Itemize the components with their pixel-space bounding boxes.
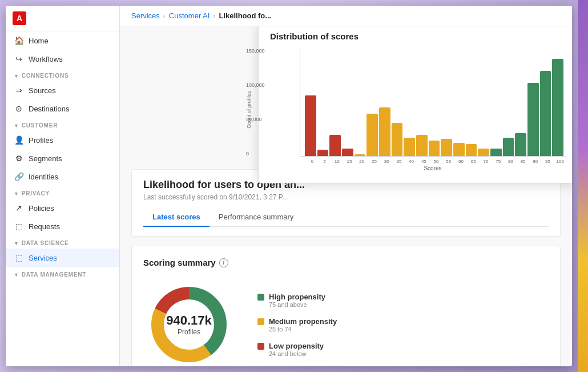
x-label-20: 100 [554,159,566,164]
destinations-label: Destinations [29,105,70,113]
scoring-summary-card: Scoring summary i [131,246,561,366]
chevron-icon-4: ▼ [14,241,19,246]
sidebar-item-policies[interactable]: ↗ Policies [6,199,119,217]
profiles-icon: 👤 [14,135,24,145]
topbar: Services › Customer AI › Likelihood fo..… [120,6,572,26]
profiles-label: Profiles [29,136,53,145]
bar-7 [392,123,403,156]
x-label-8: 40 [406,159,417,164]
y-label-1: 100,000 [246,82,265,88]
x-label-0: 0 [307,159,318,164]
home-icon: 🏠 [14,36,24,45]
legend: High propensity 75 and above Medium prop… [257,293,337,357]
legend-title-medium: Medium propensity [269,317,337,326]
main-content: Services › Customer AI › Likelihood fo..… [120,6,572,366]
sources-label: Sources [29,86,56,95]
y-label-3: 0 [246,151,265,157]
scoring-title-text: Scoring summary [143,258,216,267]
bar-11 [441,139,452,156]
sidebar-item-segments[interactable]: ⚙ Segments [6,149,119,167]
x-label-4: 20 [356,159,368,164]
x-label-9: 45 [418,159,429,164]
breadcrumb-customer-ai[interactable]: Customer AI [169,11,210,20]
x-label-15: 75 [493,159,504,164]
sidebar-item-sources[interactable]: ⇒ Sources [6,81,119,99]
legend-item-medium: Medium propensity 25 to 74 [257,317,337,333]
y-label-2: 50,000 [246,117,265,122]
sidebar-item-workflows[interactable]: ↪ Workflows [6,50,119,68]
bar-16 [503,138,514,156]
workflows-label: Workflows [29,55,63,63]
sidebar-item-identities[interactable]: 🔗 Identities [6,167,119,186]
legend-color-medium [257,318,264,325]
policies-label: Policies [29,204,54,213]
bar-20 [552,59,563,156]
y-axis-labels: 150,000 100,000 50,000 0 [246,48,265,157]
x-label-1: 5 [319,159,331,164]
legend-sub-low: 24 and below [269,350,324,357]
bar-5 [367,114,378,156]
sidebar-item-profiles[interactable]: 👤 Profiles [6,131,119,149]
breadcrumb-services[interactable]: Services [131,11,160,20]
bar-8 [404,138,415,156]
services-label: Services [29,254,57,262]
bar-12 [453,143,465,156]
legend-color-high [257,294,264,301]
info-icon[interactable]: i [219,258,228,267]
bar-0 [305,95,316,156]
privacy-section-header: ▼ PRIVACY [6,186,119,199]
bar-13 [466,144,477,156]
chevron-icon-2: ▼ [14,123,19,129]
page-subtitle: Last successfully scored on 9/10/2021, 3… [143,193,549,201]
legend-sub-high: 75 and above [269,301,325,308]
tab-latest-scores[interactable]: Latest scores [143,208,210,227]
bar-3 [342,149,353,156]
x-label-2: 10 [331,159,343,164]
segments-icon: ⚙ [14,154,24,163]
bar-4 [355,154,366,156]
customer-section-header: ▼ CUSTOMER [6,118,119,131]
breadcrumb-current: Likelihood fo... [219,11,271,20]
x-label-13: 65 [468,159,479,164]
x-label-12: 60 [456,159,467,164]
sidebar-item-requests[interactable]: ⬚ Requests [6,217,119,235]
destinations-icon: ⊙ [14,104,24,113]
bar-14 [478,149,489,156]
bar-6 [379,107,390,156]
breadcrumb-sep-2: › [213,12,215,20]
bar-18 [527,83,539,156]
breadcrumb-sep-1: › [163,12,166,20]
segments-label: Segments [29,154,62,163]
accent-bar [578,0,588,372]
data-management-section-header: ▼ DATA MANAGEMENT [6,267,119,280]
legend-sub-medium: 25 to 74 [269,326,337,333]
chevron-icon: ▼ [14,73,19,79]
donut-center: 940.17k Profiles [166,313,212,336]
donut-value: 940.17k [166,313,212,328]
x-label-6: 30 [381,159,392,164]
identities-icon: 🔗 [14,172,24,181]
x-label-10: 50 [430,159,442,164]
bar-2 [329,135,341,156]
sidebar-item-services[interactable]: ⬚ Services [6,249,119,267]
x-axis-labels: 0510152025303540455055606570758085909510… [300,159,566,164]
chevron-icon-3: ▼ [14,191,19,197]
app-container: A 🏠 Home ↪ Workflows ▼ CONNECTIONS ⇒ Sou… [6,6,572,366]
sidebar-item-destinations[interactable]: ⊙ Destinations [6,99,119,118]
services-icon: ⬚ [14,253,24,262]
sources-icon: ⇒ [14,86,24,95]
breadcrumb: Services › Customer AI › Likelihood fo..… [131,11,271,20]
x-label-17: 85 [517,159,529,164]
bar-9 [416,135,428,156]
sidebar-item-home[interactable]: 🏠 Home [6,31,119,50]
dist-chart-area: Count of profiles 150,000 100,000 50,000… [270,48,566,174]
requests-label: Requests [29,222,60,231]
bar-1 [317,150,329,156]
connections-section-header: ▼ CONNECTIONS [6,68,119,81]
legend-text-high: High propensity 75 and above [269,293,325,308]
tab-performance-summary[interactable]: Performance summary [210,208,303,227]
tabs: Latest scores Performance summary [143,208,549,227]
x-label-3: 15 [344,159,355,164]
requests-icon: ⬚ [14,222,24,231]
sidebar: A 🏠 Home ↪ Workflows ▼ CONNECTIONS ⇒ Sou… [6,6,120,366]
